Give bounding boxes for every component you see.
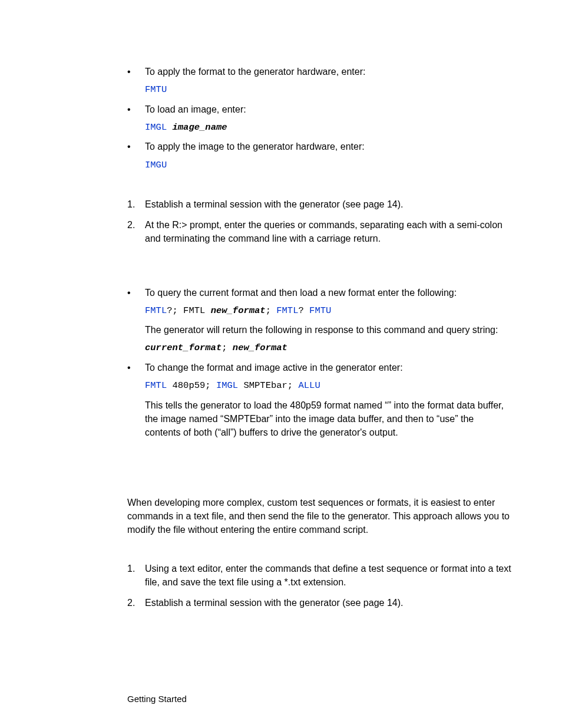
spacer	[127, 253, 512, 286]
code-block: current_format; new_format	[145, 341, 512, 354]
code-keyword: IMGL	[145, 122, 173, 133]
list-item: Using a text editor, enter the commands …	[127, 562, 512, 589]
code-block: FMTU	[145, 83, 512, 96]
code-block: FMTL 480p59; IMGL SMPTEbar; ALLU	[145, 379, 512, 392]
after-text: This tells the generator to load the 480…	[145, 398, 512, 440]
list-item: To query the current format and then loa…	[127, 286, 512, 355]
numbered-list-b: Using a text editor, enter the commands …	[127, 562, 512, 610]
numbered-list-a: Establish a terminal session with the ge…	[127, 197, 512, 246]
step-text: At the R:> prompt, enter the queries or …	[145, 220, 503, 243]
bullet-list-a: To apply the format to the generator har…	[127, 65, 512, 172]
code-token: ;	[222, 342, 233, 353]
code-token: ?	[298, 305, 309, 316]
code-block: IMGU	[145, 159, 512, 172]
paragraph: When developing more complex, custom tes…	[127, 496, 512, 537]
bullet-text: To change the format and image active in…	[145, 361, 512, 374]
code-block: FMTL?; FMTL new_format; FMTL? FMTU	[145, 304, 512, 317]
list-item: To apply the format to the generator har…	[127, 65, 512, 97]
code-token: ;	[266, 305, 277, 316]
code-token: ?; FMTL	[167, 305, 210, 316]
code-token: 480p59;	[167, 380, 216, 391]
code-italic: image_name	[173, 122, 227, 133]
code-token: current_format	[145, 342, 222, 353]
code-token: SMPTEbar;	[238, 380, 298, 391]
list-item: Establish a terminal session with the ge…	[127, 197, 512, 211]
step-text: Establish a terminal session with the ge…	[145, 199, 403, 209]
list-item: To apply the image to the generator hard…	[127, 140, 512, 172]
step-text: Using a text editor, enter the commands …	[145, 564, 511, 587]
bullet-text: To apply the format to the generator har…	[145, 65, 512, 78]
spacer	[127, 444, 512, 496]
step-text: Establish a terminal session with the ge…	[145, 598, 403, 608]
code-token: IMGL	[216, 380, 238, 391]
list-item: To change the format and image active in…	[127, 361, 512, 439]
code-token: FMTL	[145, 380, 167, 391]
code-token: FMTL	[276, 305, 298, 316]
code-token: ALLU	[298, 380, 320, 391]
code-token: new_format	[211, 305, 266, 316]
code-block: IMGL image_name	[145, 121, 512, 134]
list-item: At the R:> prompt, enter the queries or …	[127, 218, 512, 245]
spacer	[127, 177, 512, 197]
list-item: To load an image, enter: IMGL image_name	[127, 103, 512, 134]
code-token: FMTU	[309, 305, 331, 316]
bullet-text: To query the current format and then loa…	[145, 286, 512, 299]
page-content: To apply the format to the generator har…	[0, 0, 562, 728]
code-keyword: IMGU	[145, 160, 167, 170]
list-item: Establish a terminal session with the ge…	[127, 596, 512, 610]
bullet-text: To apply the image to the generator hard…	[145, 140, 512, 153]
spacer	[127, 542, 512, 562]
after-text: The generator will return the following …	[145, 323, 512, 337]
code-token: FMTL	[145, 305, 167, 316]
page-footer: Getting Started	[127, 693, 187, 706]
code-token: new_format	[233, 342, 287, 353]
bullet-list-b: To query the current format and then loa…	[127, 286, 512, 440]
code-keyword: FMTU	[145, 84, 167, 95]
bullet-text: To load an image, enter:	[145, 103, 512, 116]
